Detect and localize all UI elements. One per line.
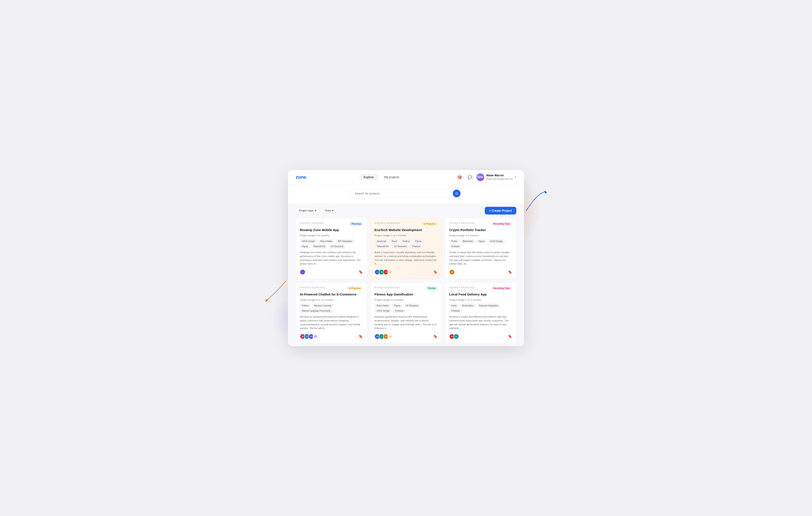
project-desc-5: Integrate gamification features like lea…: [374, 315, 438, 331]
avatars-group-5: K L P +4: [374, 334, 393, 339]
tag: Figma: [476, 239, 487, 243]
posted-time-5: POSTED 6 HOURS AGO: [374, 287, 400, 289]
user-email: wade.warren@gmail.com: [486, 178, 513, 180]
tags-6: Kotlin Geolocation Payment Integration F…: [449, 304, 512, 313]
bookmark-button-1[interactable]: 🔖: [358, 270, 363, 274]
tag: Figma: [413, 239, 424, 243]
tag: Payment Integration: [476, 304, 500, 308]
project-desc-3: Create a robust app that allows users to…: [449, 251, 512, 267]
tag: TailwindCSS: [311, 244, 327, 248]
project-card-3[interactable]: POSTED 5 HOURS AGO Recruiting Team Crypt…: [445, 218, 516, 279]
card-header-1: POSTED 1 HOUR AGO Planning: [300, 222, 363, 226]
tag: Natural Language Processing: [300, 309, 332, 313]
tag: Firebase: [393, 309, 406, 313]
project-title-4: AI-Powered Chatbot for E-Commerce: [300, 292, 363, 297]
tag: Blockchain: [461, 239, 475, 243]
notification-icon-btn[interactable]: 🎯: [456, 173, 464, 181]
app-window: zune. Explore My projects 🎯 💬 WW Wade Wa…: [288, 170, 524, 346]
tag: UX Research: [392, 244, 409, 248]
project-card-5[interactable]: POSTED 6 HOURS AGO Testing Fitness App G…: [370, 282, 442, 343]
project-length-1: Project length 3-6 months: [300, 234, 363, 237]
project-card-6[interactable]: POSTED 6 HOURS AGO Recruiting Team Local…: [445, 282, 516, 343]
user-text: Wade Warren wade.warren@gmail.com: [486, 174, 513, 180]
role-label: Role: [325, 209, 331, 212]
posted-time-6: POSTED 6 HOURS AGO: [449, 287, 474, 289]
project-desc-2: Build a responsive, visually appealing, …: [374, 251, 438, 267]
tag: React Native: [318, 239, 335, 243]
tag: Kotlin: [449, 304, 459, 308]
card-header-5: POSTED 6 HOURS AGO Testing: [374, 287, 438, 290]
chevron-down-icon: ▾: [515, 175, 516, 179]
tag: React: [389, 239, 399, 243]
bookmark-button-2[interactable]: 🔖: [433, 270, 438, 274]
project-title-5: Fitness App Gamification: [374, 292, 438, 297]
status-badge-6: Recruiting Team: [491, 287, 512, 290]
project-title-3: Crypto Portfolio Tracker: [449, 228, 512, 232]
card-footer-2: A B C +2 🔖: [374, 269, 438, 275]
posted-time-3: POSTED 5 HOURS AGO: [449, 222, 474, 224]
avatars-group-2: A B C +2: [374, 269, 393, 275]
tag: UI/UX Design: [374, 309, 392, 313]
bookmark-button-5[interactable]: 🔖: [433, 334, 438, 338]
tag: Flutter: [449, 239, 459, 243]
tag: Python: [300, 304, 311, 308]
user-info[interactable]: WW Wade Warren wade.warren@gmail.com ▾: [476, 173, 516, 181]
project-card-1[interactable]: POSTED 1 HOUR AGO Planning Revamp Zune M…: [296, 218, 367, 279]
card-header-4: POSTED 5 HOURS AGO In Progress: [300, 287, 363, 290]
tag: Javascript: [374, 239, 388, 243]
tags-5: React Native Figma UX Research UI/UX Des…: [374, 304, 438, 313]
tags-1: UI/UX Design React Native API Integratio…: [300, 239, 363, 248]
tags-4: Python Machine Learning Natural Language…: [300, 304, 363, 313]
header: zune. Explore My projects 🎯 💬 WW Wade Wa…: [288, 170, 524, 185]
search-button[interactable]: [453, 190, 461, 197]
chat-icon-btn[interactable]: 💬: [466, 173, 474, 181]
tag: Firebase: [449, 244, 462, 248]
project-card-4[interactable]: POSTED 5 HOURS AGO In Progress AI-Powere…: [296, 282, 367, 343]
create-project-button[interactable]: + Create Project: [485, 207, 516, 215]
mini-avatar-count: +2: [387, 269, 393, 275]
search-section: [288, 185, 524, 203]
project-type-filter[interactable]: Project type ▾: [296, 207, 320, 214]
role-filter[interactable]: Role ▾: [322, 207, 337, 214]
project-length-5: Project length 3-6 months: [374, 298, 438, 301]
status-badge-4: In Progress: [347, 287, 363, 290]
arrow-right-annotation: [524, 189, 550, 216]
bookmark-button-4[interactable]: 🔖: [358, 334, 363, 338]
posted-time-4: POSTED 5 HOURS AGO: [300, 287, 325, 289]
project-type-chevron: ▾: [315, 209, 317, 212]
card-footer-6: N O 🔖: [449, 334, 512, 339]
project-length-3: Project length 3-6 months: [449, 234, 512, 237]
tag: Firebase: [449, 309, 462, 313]
status-badge-5: Testing: [426, 287, 438, 290]
arrow-left-annotation: [262, 277, 288, 303]
search-input[interactable]: [350, 189, 462, 198]
card-header-2: POSTED 4 HOURS AGO In Progress: [374, 222, 438, 226]
card-header-3: POSTED 5 HOURS AGO Recruiting Team: [449, 222, 512, 226]
outer-wrapper: zune. Explore My projects 🎯 💬 WW Wade Wa…: [256, 164, 556, 353]
avatars-group-3: M: [449, 269, 455, 275]
mini-avatar-count: +4: [387, 334, 393, 339]
card-footer-3: M 🔖: [449, 269, 512, 275]
search-bar: [350, 189, 462, 198]
status-badge-3: Recruiting Team: [491, 222, 512, 226]
status-badge-2: In Progress: [422, 222, 438, 226]
header-right: 🎯 💬 WW Wade Warren wade.warren@gmail.com…: [456, 173, 516, 181]
posted-time-2: POSTED 4 HOURS AGO: [374, 222, 400, 224]
bookmark-button-3[interactable]: 🔖: [508, 270, 512, 274]
project-card-2[interactable]: POSTED 4 HOURS AGO In Progress EcoTech W…: [370, 218, 442, 279]
nav-my-projects[interactable]: My projects: [380, 174, 404, 181]
card-header-6: POSTED 6 HOURS AGO Recruiting Team: [449, 287, 512, 290]
project-desc-4: Develop an advanced AI-powered chatbot d…: [300, 315, 363, 331]
project-title-1: Revamp Zune Mobile App: [300, 228, 363, 232]
tags-3: Flutter Blockchain Figma UI/UX Design Fi…: [449, 239, 512, 248]
nav-explore[interactable]: Explore: [359, 174, 378, 181]
mini-avatar-count: +1: [313, 334, 318, 339]
bookmark-button-6[interactable]: 🔖: [508, 334, 512, 338]
role-chevron: ▾: [332, 209, 334, 212]
project-title-6: Local Food Delivery App: [449, 292, 512, 297]
project-length-4: Project length 6 to 12 months: [300, 298, 363, 301]
card-footer-1: J 🔖: [300, 269, 363, 275]
tag: Figma: [392, 304, 402, 308]
mini-avatar: J: [300, 269, 306, 275]
avatars-group-4: S T R +1: [300, 334, 318, 339]
